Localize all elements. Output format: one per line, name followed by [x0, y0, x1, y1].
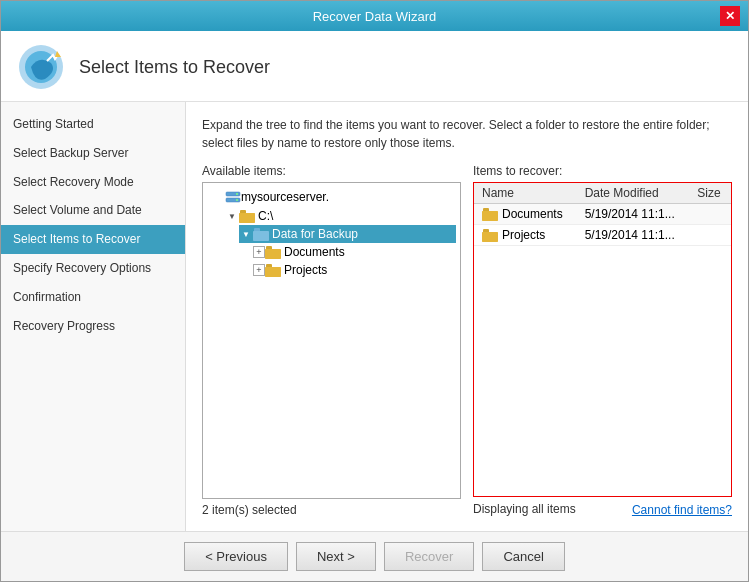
row0-date: 5/19/2014 11:1... — [577, 204, 690, 225]
sidebar-item-recovery-progress[interactable]: Recovery Progress — [1, 312, 185, 341]
row0-size — [689, 204, 731, 225]
recover-table: Name Date Modified Size — [474, 183, 731, 246]
folder-icon-projects — [265, 264, 281, 277]
svg-rect-18 — [265, 267, 281, 277]
page-title: Select Items to Recover — [79, 57, 270, 78]
folder-icon-row1 — [482, 229, 498, 242]
sidebar-item-select-items-recover[interactable]: Select Items to Recover — [1, 225, 185, 254]
tree-node-documents[interactable]: + Documents — [253, 243, 456, 261]
recover-button[interactable]: Recover — [384, 542, 474, 571]
svg-rect-9 — [239, 213, 255, 223]
sidebar: Getting Started Select Backup Server Sel… — [1, 102, 186, 531]
table-row[interactable]: Documents 5/19/2014 11:1... — [474, 204, 731, 225]
cancel-button[interactable]: Cancel — [482, 542, 564, 571]
projects-tree-label: Projects — [284, 263, 327, 277]
main-window: Recover Data Wizard ✕ Select Items to Re… — [0, 0, 749, 582]
instruction-text: Expand the tree to find the items you wa… — [202, 116, 732, 152]
svg-rect-15 — [265, 249, 281, 259]
wizard-icon — [17, 43, 65, 91]
toggle-documents[interactable]: + — [253, 246, 265, 258]
drive-c-label: C:\ — [258, 209, 273, 223]
window-title: Recover Data Wizard — [29, 9, 720, 24]
toggle-projects[interactable]: + — [253, 264, 265, 276]
data-for-backup-label: Data for Backup — [272, 227, 358, 241]
svg-rect-21 — [482, 211, 498, 221]
sidebar-item-select-backup-server[interactable]: Select Backup Server — [1, 139, 185, 168]
sidebar-item-confirmation[interactable]: Confirmation — [1, 283, 185, 312]
svg-point-6 — [236, 199, 238, 201]
tree-node-server[interactable]: mysourceserver. — [211, 187, 456, 207]
cant-find-link[interactable]: Cannot find items? — [632, 503, 732, 517]
row1-size — [689, 225, 731, 246]
main-content: Expand the tree to find the items you wa… — [186, 102, 748, 531]
panels-row: Available items: — [202, 164, 732, 517]
tree-panel[interactable]: mysourceserver. ▼ C:\ — [202, 182, 461, 499]
toggle-drive-c[interactable]: ▼ — [225, 209, 239, 223]
toggle-server[interactable] — [211, 190, 225, 204]
tree-node-drive-c[interactable]: ▼ C:\ — [225, 207, 456, 225]
svg-point-5 — [236, 193, 238, 195]
col-date: Date Modified — [577, 183, 690, 204]
display-status: Displaying all items — [473, 502, 576, 516]
sidebar-item-select-volume-date[interactable]: Select Volume and Date — [1, 196, 185, 225]
svg-rect-24 — [482, 232, 498, 242]
selected-count: 2 item(s) selected — [202, 503, 461, 517]
title-bar: Recover Data Wizard ✕ — [1, 1, 748, 31]
toggle-data-for-backup[interactable]: ▼ — [239, 227, 253, 241]
folder-icon-documents — [265, 246, 281, 259]
tree-node-projects[interactable]: + Projects — [253, 261, 456, 279]
recover-items-panel: Items to recover: Name Date Modified Siz… — [473, 164, 732, 517]
drive-icon — [239, 210, 255, 223]
documents-tree-label: Documents — [284, 245, 345, 259]
available-items-panel: Available items: — [202, 164, 461, 517]
row1-date: 5/19/2014 11:1... — [577, 225, 690, 246]
server-icon — [225, 189, 241, 205]
server-label: mysourceserver. — [241, 190, 329, 204]
recover-items-label: Items to recover: — [473, 164, 732, 178]
row0-name: Documents — [474, 204, 577, 225]
footer: < Previous Next > Recover Cancel — [1, 531, 748, 581]
col-name: Name — [474, 183, 577, 204]
table-row[interactable]: Projects 5/19/2014 11:1... — [474, 225, 731, 246]
next-button[interactable]: Next > — [296, 542, 376, 571]
sidebar-item-select-recovery-mode[interactable]: Select Recovery Mode — [1, 168, 185, 197]
header-section: Select Items to Recover — [1, 31, 748, 102]
folder-icon-row0 — [482, 208, 498, 221]
row1-name: Projects — [474, 225, 577, 246]
previous-button[interactable]: < Previous — [184, 542, 288, 571]
sidebar-item-specify-recovery-options[interactable]: Specify Recovery Options — [1, 254, 185, 283]
available-items-label: Available items: — [202, 164, 461, 178]
svg-rect-12 — [253, 231, 269, 241]
recover-panel[interactable]: Name Date Modified Size — [473, 182, 732, 497]
close-button[interactable]: ✕ — [720, 6, 740, 26]
col-size: Size — [689, 183, 731, 204]
sidebar-item-getting-started[interactable]: Getting Started — [1, 110, 185, 139]
content-area: Select Items to Recover Getting Started … — [1, 31, 748, 581]
folder-icon-selected — [253, 228, 269, 241]
tree-node-data-for-backup[interactable]: ▼ Data for Backup — [239, 225, 456, 243]
main-section: Getting Started Select Backup Server Sel… — [1, 102, 748, 531]
